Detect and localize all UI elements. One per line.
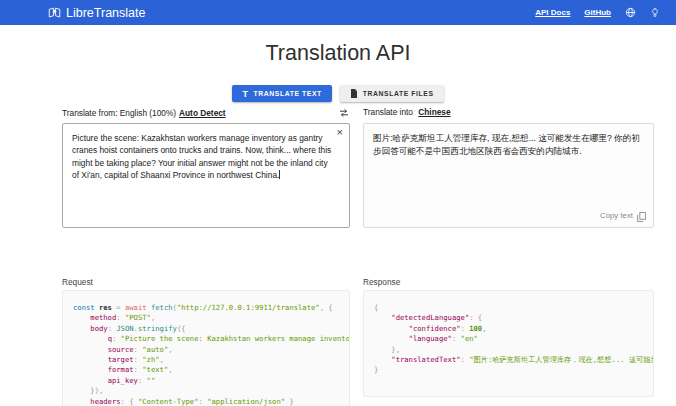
auto-detect-link[interactable]: Auto Detect bbox=[179, 108, 226, 118]
translate-from-label: Translate from: English (100%) bbox=[62, 108, 176, 118]
swap-languages-icon[interactable] bbox=[338, 107, 350, 119]
response-code-block: { "detectedLanguage": { "confidence": 10… bbox=[363, 290, 654, 397]
nav-link-github[interactable]: GitHub bbox=[584, 8, 611, 17]
translate-into-label: Translate into bbox=[363, 107, 413, 117]
response-label: Response bbox=[363, 277, 654, 287]
translated-text: 图片:哈萨克斯坦工人管理库存, 现在,想想... 这可能发生在哪里? 你的初步回… bbox=[373, 133, 640, 156]
translate-text-button[interactable]: T TRANSLATE TEXT bbox=[232, 85, 331, 102]
nav-link-api-docs[interactable]: API Docs bbox=[535, 8, 570, 17]
brand[interactable]: LibreTranslate bbox=[48, 6, 145, 20]
source-text-input[interactable]: Picture the scene: Kazakhstan workers ma… bbox=[62, 123, 350, 228]
request-code-block: const res = await fetch("http://127.0.0.… bbox=[62, 290, 350, 406]
source-text: Picture the scene: Kazakhstan workers ma… bbox=[72, 133, 331, 180]
request-label: Request bbox=[62, 277, 350, 287]
translate-files-button[interactable]: TRANSLATE FILES bbox=[340, 85, 444, 102]
mode-button-row: T TRANSLATE TEXT TRANSLATE FILES bbox=[0, 85, 676, 102]
navbar: LibreTranslate API Docs GitHub bbox=[0, 0, 676, 25]
globe-icon[interactable] bbox=[625, 7, 636, 18]
lightbulb-icon[interactable] bbox=[650, 7, 660, 18]
clear-source-icon[interactable]: × bbox=[337, 127, 343, 138]
copy-text-button[interactable]: Copy text bbox=[600, 210, 646, 223]
brand-label: LibreTranslate bbox=[66, 6, 145, 20]
page-title: Translation API bbox=[0, 41, 676, 66]
copy-icon bbox=[637, 212, 646, 222]
target-language-link[interactable]: Chinese bbox=[418, 107, 450, 117]
file-icon bbox=[350, 89, 358, 98]
translation-output: 图片:哈萨克斯坦工人管理库存, 现在,想想... 这可能发生在哪里? 你的初步回… bbox=[363, 123, 654, 228]
text-caret bbox=[279, 170, 280, 179]
translate-panels: Translate from: English (100%) Auto Dete… bbox=[62, 107, 654, 228]
libretranslate-logo-icon bbox=[48, 6, 61, 19]
code-sections: Request const res = await fetch("http://… bbox=[62, 277, 654, 406]
text-icon: T bbox=[242, 89, 248, 99]
